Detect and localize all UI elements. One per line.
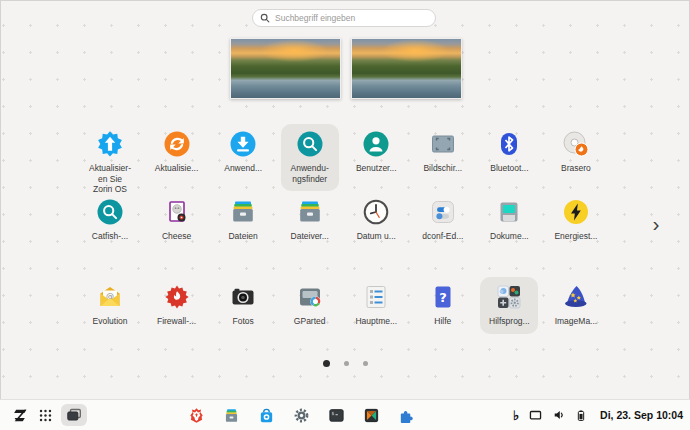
app-label: Hilfsprog... xyxy=(489,316,530,327)
zorin-update-icon xyxy=(96,130,124,158)
main-menu-icon xyxy=(362,283,390,311)
taskbar-pinned-apps: $ xyxy=(188,400,415,430)
brave-icon xyxy=(188,407,205,424)
brasero-icon xyxy=(562,130,590,158)
app-label: GParted xyxy=(294,316,326,327)
app-energieeinstellungen[interactable]: Energiest... xyxy=(547,192,605,249)
taskbar-left xyxy=(0,404,87,426)
bluetooth-icon xyxy=(495,130,523,158)
window-icon xyxy=(66,408,82,422)
clock[interactable]: Di, 23. Sep 10:04 xyxy=(596,409,683,421)
app-dateiverwaltung[interactable]: Dateiver... xyxy=(281,192,339,249)
app-anwendungsfinder[interactable]: Anwendu- ngsfinder xyxy=(281,124,339,191)
tray-slot: ♭ xyxy=(513,408,587,423)
imagemagick-icon xyxy=(562,283,590,311)
app-hauptmenue[interactable]: Hauptme... xyxy=(347,277,405,334)
tray-b-icon[interactable]: ♭ xyxy=(513,409,519,422)
app-label: Bildschir... xyxy=(423,163,462,174)
app-label: dconf-Ed... xyxy=(422,231,463,242)
app-gparted[interactable]: GParted xyxy=(281,277,339,334)
zorin-menu-button[interactable] xyxy=(11,406,30,425)
active-window-button[interactable] xyxy=(61,404,87,426)
app-dateien[interactable]: Dateien xyxy=(214,192,272,249)
app-grid-row-3: @EvolutionFirewall-...FotosGPartedHauptm… xyxy=(81,277,605,334)
files-button[interactable] xyxy=(223,407,240,424)
app-label: Anwendu- ngsfinder xyxy=(291,163,329,184)
app-aktualisierungen[interactable]: Aktualisie... xyxy=(148,124,206,181)
app-brasero[interactable]: Brasero xyxy=(547,124,605,181)
help-icon: ? xyxy=(429,283,457,311)
search-input[interactable] xyxy=(275,13,428,23)
volume-icon[interactable] xyxy=(552,408,566,422)
page-dot-1[interactable] xyxy=(323,360,330,367)
app-grid-button[interactable] xyxy=(39,409,52,422)
software-button[interactable] xyxy=(258,407,275,424)
app-bildschirm[interactable]: Bildschir... xyxy=(414,124,472,181)
software-update-icon xyxy=(163,130,191,158)
app-label: Hilfe xyxy=(434,316,451,327)
app-hilfe[interactable]: ?Hilfe xyxy=(414,277,472,334)
app-install-icon xyxy=(229,130,257,158)
gear-icon xyxy=(293,407,310,424)
app-label: Anwend... xyxy=(224,163,262,174)
app-dconf-editor[interactable]: dconf-Ed... xyxy=(414,192,472,249)
app-catfish[interactable]: Catfish-... xyxy=(81,192,139,249)
clock-icon xyxy=(362,198,390,226)
evolution-icon: @ xyxy=(96,283,124,311)
taskbar: $ ♭ Di, 23. Sep 10:04 xyxy=(0,399,690,430)
brave-button[interactable] xyxy=(188,407,205,424)
svg-text:?: ? xyxy=(439,290,447,305)
cheese-icon xyxy=(163,198,191,226)
file-manager-icon xyxy=(296,198,324,226)
app-hilfsprogramme[interactable]: Hilfsprog... xyxy=(480,277,538,334)
puzzle-icon xyxy=(398,407,415,424)
app-label: Fotos xyxy=(232,316,253,327)
extensions-button[interactable] xyxy=(398,407,415,424)
display-settings-icon[interactable] xyxy=(528,408,543,422)
dconf-icon xyxy=(429,198,457,226)
app-label: Dateiver... xyxy=(291,231,329,242)
app-benutzer[interactable]: Benutzer... xyxy=(347,124,405,181)
page-dot-3[interactable] xyxy=(363,361,368,366)
terminal-button[interactable]: $ xyxy=(328,407,345,424)
x-app-icon xyxy=(363,407,380,424)
app-label: Evolution xyxy=(93,316,128,327)
app-label: Benutzer... xyxy=(356,163,397,174)
zorin-logo-icon xyxy=(11,406,30,425)
app-label: Dokume... xyxy=(490,231,529,242)
display-icon xyxy=(429,130,457,158)
app-datum-und-uhrzeit[interactable]: Datum u... xyxy=(347,192,405,249)
gparted-icon xyxy=(296,283,324,311)
app-grid-row-1: Aktualisier- en Sie Zorin OSAktualisie..… xyxy=(81,124,605,202)
app-firewall[interactable]: Firewall-... xyxy=(148,277,206,334)
software-bag-icon xyxy=(258,407,275,424)
next-page-chevron[interactable]: › xyxy=(645,209,667,239)
app-label: Dateien xyxy=(228,231,257,242)
app-cheese[interactable]: Cheese xyxy=(148,192,206,249)
app-fotos[interactable]: Fotos xyxy=(214,277,272,334)
app-bluetooth[interactable]: Bluetoot... xyxy=(480,124,538,181)
app-label: ImageMa... xyxy=(555,316,598,327)
app-label: Aktualisier- en Sie Zorin OS xyxy=(89,163,131,195)
app-label: Energiest... xyxy=(554,231,597,242)
battery-icon[interactable] xyxy=(575,408,587,423)
page-dots xyxy=(0,360,690,367)
camera-icon xyxy=(229,283,257,311)
wallpaper-thumbnail-1[interactable] xyxy=(230,38,341,99)
page-dot-2[interactable] xyxy=(344,361,349,366)
desktop: Aktualisier- en Sie Zorin OSAktualisie..… xyxy=(0,0,690,430)
app-evolution[interactable]: @Evolution xyxy=(81,277,139,334)
svg-text:$: $ xyxy=(332,411,335,416)
app-imagemagick[interactable]: ImageMa... xyxy=(547,277,605,334)
media-x-button[interactable] xyxy=(363,407,380,424)
app-dokumentenscanner[interactable]: Dokume... xyxy=(480,192,538,249)
taskbar-tray: ♭ Di, 23. Sep 10:04 xyxy=(513,408,690,423)
wallpaper-thumbnail-2[interactable] xyxy=(351,38,462,99)
terminal-icon: $ xyxy=(328,407,345,424)
app-grid-row-2: Catfish-...CheeseDateienDateiver...Datum… xyxy=(81,192,605,249)
app-anwendungen[interactable]: Anwend... xyxy=(214,124,272,181)
settings-button[interactable] xyxy=(293,407,310,424)
search-bar[interactable] xyxy=(252,9,436,27)
app-aktualisieren-sie-zorin-os[interactable]: Aktualisier- en Sie Zorin OS xyxy=(81,124,139,202)
app-label: Brasero xyxy=(561,163,591,174)
